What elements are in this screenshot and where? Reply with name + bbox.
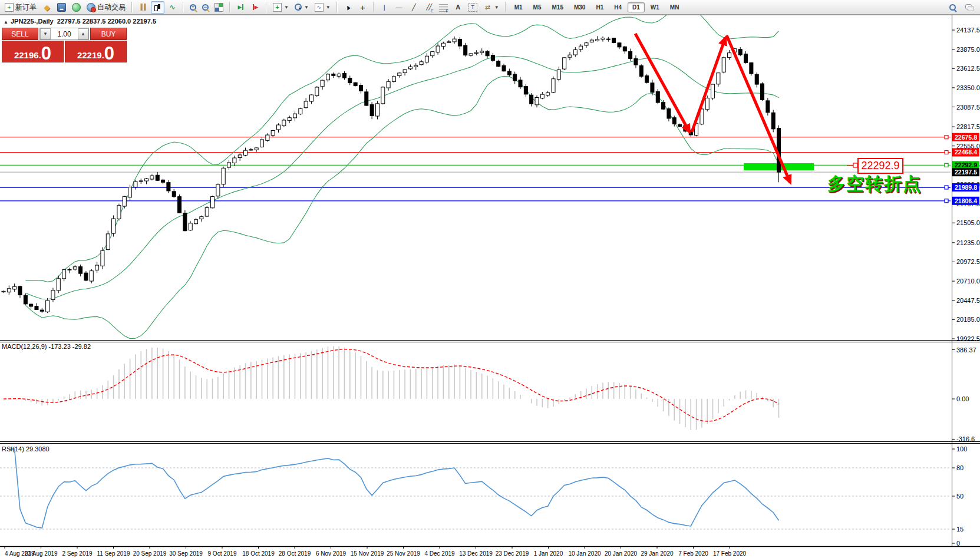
svg-text:13 Dec 2019: 13 Dec 2019 — [459, 550, 493, 557]
auto-trading-button-label: 自动交易 — [97, 2, 126, 12]
timeframe-m15[interactable]: M15 — [547, 2, 568, 12]
vertical-line-button[interactable] — [378, 1, 391, 14]
timeframe-h1[interactable]: H1 — [591, 2, 608, 12]
ohlc-quote: 22797.5 22837.5 22060.0 22197.5 — [57, 18, 156, 25]
macd-label: MACD(12,26,9) -173.23 -29.82 — [2, 343, 91, 350]
channel-button[interactable] — [422, 1, 435, 14]
label-button[interactable] — [466, 1, 480, 14]
chevron-down-icon[interactable]: ▼ — [304, 5, 309, 10]
indicators-button[interactable]: ▼ — [270, 1, 291, 14]
chevron-down-icon[interactable]: ▼ — [326, 5, 331, 10]
sell-button[interactable]: SELL — [2, 28, 38, 40]
time-axis[interactable]: 4 Aug 201923 Aug 20192 Sep 201911 Sep 20… — [5, 546, 747, 557]
svg-text:21235.0: 21235.0 — [956, 239, 980, 246]
cursor-button[interactable] — [341, 1, 355, 14]
svg-text:2 Sep 2019: 2 Sep 2019 — [62, 550, 93, 557]
toolbar-separator — [266, 2, 267, 12]
volume-decrease-button[interactable]: ▼ — [40, 28, 51, 39]
chart-shift-button[interactable] — [249, 1, 262, 14]
templates-button[interactable]: ▼ — [312, 1, 333, 14]
volume-input[interactable]: 1.00 — [51, 28, 78, 39]
volume-increase-button[interactable]: ▲ — [78, 28, 88, 39]
chat-icon — [965, 3, 974, 12]
buy-price[interactable]: 22219 . 0 — [65, 41, 127, 62]
timeframe-m30[interactable]: M30 — [569, 2, 590, 12]
svg-text:20 Jan 2020: 20 Jan 2020 — [605, 550, 637, 557]
crosshair-button[interactable] — [356, 1, 369, 14]
search-button[interactable] — [947, 2, 958, 12]
trendline-button[interactable] — [407, 1, 421, 14]
toolbar-right — [947, 1, 978, 14]
chinese-annotation[interactable]: 多空转折点 — [827, 172, 922, 196]
timeframe-w1[interactable]: W1 — [646, 2, 664, 12]
svg-text:6 Nov 2019: 6 Nov 2019 — [316, 550, 347, 557]
trend-arrow[interactable] — [727, 35, 790, 183]
trend-arrow[interactable] — [635, 34, 689, 132]
collapse-icon[interactable] — [4, 18, 11, 25]
timeframe-mn[interactable]: MN — [665, 2, 684, 12]
svg-text:386.37: 386.37 — [956, 346, 976, 354]
svg-text:20972.5: 20972.5 — [956, 258, 980, 265]
trend-arrow[interactable] — [692, 38, 725, 132]
horizontal-line-button[interactable] — [392, 1, 406, 14]
svg-text:22675.8: 22675.8 — [955, 134, 977, 141]
svg-text:22817.5: 22817.5 — [956, 123, 980, 130]
tiles-icon — [215, 3, 223, 12]
timeframe-d1[interactable]: D1 — [628, 2, 645, 12]
svg-text:23612.5: 23612.5 — [956, 65, 980, 72]
svg-text:21505.0: 21505.0 — [956, 219, 980, 226]
clock-icon — [295, 4, 302, 11]
tile-windows-button[interactable] — [212, 1, 226, 14]
svg-text:30 Sep 2019: 30 Sep 2019 — [169, 550, 203, 557]
svg-text:22468.4: 22468.4 — [955, 148, 977, 156]
rsi-label: RSI(14) 29.3080 — [2, 445, 50, 453]
signals-button[interactable] — [70, 1, 83, 14]
rsi-panel[interactable] — [0, 449, 951, 529]
sell-price-bigdigit: 0 — [41, 46, 51, 61]
svg-text:1 Jan 2020: 1 Jan 2020 — [534, 550, 563, 557]
periods-button[interactable]: ▼ — [292, 2, 311, 12]
svg-text:21806.4: 21806.4 — [955, 197, 977, 204]
chevron-down-icon[interactable]: ▼ — [284, 5, 289, 10]
auto-trading-button[interactable]: 自动交易 — [84, 1, 128, 14]
buy-price-main: 22219 — [77, 50, 102, 61]
chevron-down-icon[interactable]: ▼ — [494, 5, 499, 10]
vline-icon — [380, 3, 389, 12]
svg-text:29 Jan 2020: 29 Jan 2020 — [641, 550, 673, 557]
template-icon — [315, 3, 324, 12]
macd-panel[interactable] — [4, 346, 779, 430]
timeframe-m1[interactable]: M1 — [510, 2, 527, 12]
svg-text:4 Dec 2019: 4 Dec 2019 — [424, 550, 455, 557]
terminal-button[interactable] — [55, 1, 68, 14]
candles-icon — [153, 3, 162, 12]
timeframe-h4[interactable]: H4 — [609, 2, 626, 12]
quotes-button[interactable] — [40, 1, 54, 14]
svg-text:23087.5: 23087.5 — [956, 104, 980, 111]
new-order-button[interactable]: 新订单 — [2, 1, 39, 14]
text-button[interactable] — [451, 1, 465, 14]
timeframe-m5[interactable]: M5 — [529, 2, 546, 12]
chart-canvas[interactable]: 24137.523875.023612.523350.023087.522817… — [0, 0, 980, 558]
sell-price[interactable]: 22196 . 0 — [2, 41, 64, 62]
svg-text:22292.9: 22292.9 — [955, 161, 977, 169]
bar-chart-button[interactable] — [136, 1, 150, 14]
main-chart-panel[interactable] — [0, 7, 951, 339]
svg-text:-316.6: -316.6 — [956, 435, 975, 443]
svg-text:22197.5: 22197.5 — [955, 169, 977, 176]
price-axis[interactable]: 24137.523875.023612.523350.023087.522817… — [945, 27, 980, 547]
shapes-icon — [483, 3, 492, 12]
fibonacci-button[interactable] — [437, 1, 450, 14]
zoom-in-button[interactable] — [187, 2, 199, 12]
new-order-button-label: 新订单 — [15, 2, 37, 12]
shapes-button[interactable]: ▼ — [481, 1, 501, 14]
gold-icon — [42, 3, 51, 12]
candle-chart-button[interactable] — [151, 1, 164, 14]
line-chart-button[interactable] — [166, 1, 179, 14]
auto-scroll-button[interactable] — [234, 1, 248, 14]
buy-button[interactable]: BUY — [90, 28, 127, 40]
bars-icon — [138, 3, 147, 12]
svg-text:0.00: 0.00 — [956, 395, 969, 402]
chat-button[interactable] — [963, 1, 976, 14]
price-callout-box[interactable]: 22292.9 — [857, 158, 903, 174]
zoom-out-button[interactable] — [200, 2, 211, 12]
